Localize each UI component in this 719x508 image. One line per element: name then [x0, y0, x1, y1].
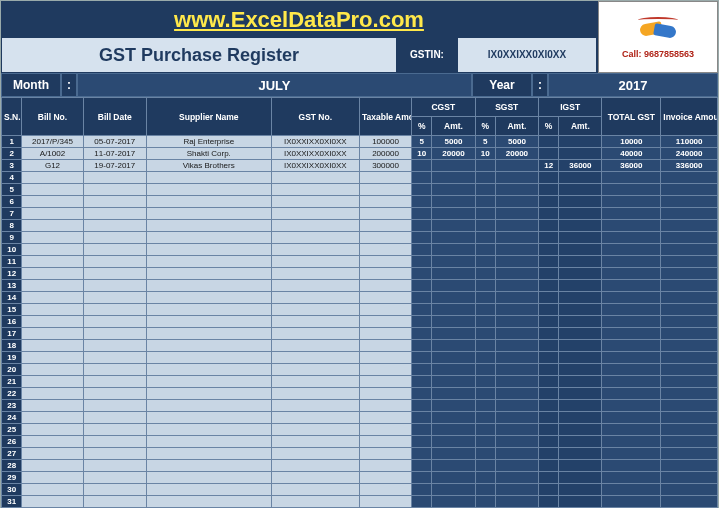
cell[interactable] — [495, 220, 538, 232]
cell[interactable] — [22, 484, 83, 496]
table-row[interactable]: 18 — [2, 340, 718, 352]
cell[interactable] — [83, 244, 146, 256]
cell[interactable] — [83, 424, 146, 436]
cell[interactable] — [83, 292, 146, 304]
cell[interactable] — [412, 412, 432, 424]
cell[interactable]: 31 — [2, 496, 22, 508]
cell[interactable] — [83, 220, 146, 232]
cell[interactable] — [432, 412, 475, 424]
cell[interactable] — [475, 448, 495, 460]
cell[interactable] — [271, 304, 359, 316]
cell[interactable] — [83, 376, 146, 388]
cell[interactable] — [22, 244, 83, 256]
cell[interactable] — [661, 256, 718, 268]
cell[interactable]: Shakti Corp. — [147, 148, 272, 160]
cell[interactable] — [495, 160, 538, 172]
cell[interactable] — [495, 208, 538, 220]
cell[interactable] — [538, 388, 558, 400]
cell[interactable] — [412, 172, 432, 184]
cell[interactable] — [559, 220, 602, 232]
cell[interactable] — [432, 364, 475, 376]
cell[interactable] — [661, 412, 718, 424]
cell[interactable] — [22, 220, 83, 232]
cell[interactable] — [538, 184, 558, 196]
cell[interactable] — [432, 172, 475, 184]
cell[interactable]: 14 — [2, 292, 22, 304]
cell[interactable]: 20000 — [432, 148, 475, 160]
cell[interactable] — [412, 220, 432, 232]
cell[interactable] — [83, 304, 146, 316]
cell[interactable] — [147, 172, 272, 184]
cell[interactable] — [475, 340, 495, 352]
cell[interactable] — [147, 400, 272, 412]
cell[interactable] — [147, 376, 272, 388]
cell[interactable]: A/1002 — [22, 148, 83, 160]
cell[interactable] — [432, 340, 475, 352]
cell[interactable] — [432, 208, 475, 220]
cell[interactable] — [359, 424, 411, 436]
cell[interactable] — [147, 472, 272, 484]
cell[interactable]: 3 — [2, 160, 22, 172]
cell[interactable] — [538, 232, 558, 244]
cell[interactable] — [412, 160, 432, 172]
cell[interactable] — [432, 268, 475, 280]
cell[interactable] — [83, 484, 146, 496]
cell[interactable]: 2 — [2, 148, 22, 160]
cell[interactable] — [475, 184, 495, 196]
cell[interactable] — [412, 364, 432, 376]
cell[interactable] — [432, 196, 475, 208]
cell[interactable] — [538, 400, 558, 412]
cell[interactable] — [475, 424, 495, 436]
cell[interactable] — [432, 448, 475, 460]
cell[interactable] — [83, 172, 146, 184]
cell[interactable] — [271, 460, 359, 472]
cell[interactable]: 36000 — [559, 160, 602, 172]
cell[interactable] — [147, 364, 272, 376]
cell[interactable]: 5000 — [495, 136, 538, 148]
cell[interactable] — [538, 340, 558, 352]
cell[interactable]: 336000 — [661, 160, 718, 172]
cell[interactable] — [83, 316, 146, 328]
cell[interactable] — [661, 436, 718, 448]
cell[interactable] — [432, 388, 475, 400]
table-row[interactable]: 2A/100211-07-2017Shakti Corp.IX0XXIXX0XI… — [2, 148, 718, 160]
cell[interactable] — [559, 472, 602, 484]
cell[interactable] — [147, 268, 272, 280]
cell[interactable] — [271, 268, 359, 280]
cell[interactable] — [271, 184, 359, 196]
cell[interactable] — [495, 316, 538, 328]
cell[interactable] — [661, 376, 718, 388]
cell[interactable]: 20000 — [495, 148, 538, 160]
cell[interactable] — [412, 460, 432, 472]
cell[interactable]: 30 — [2, 484, 22, 496]
cell[interactable] — [475, 460, 495, 472]
cell[interactable] — [475, 220, 495, 232]
table-row[interactable]: 19 — [2, 352, 718, 364]
cell[interactable] — [661, 424, 718, 436]
table-row[interactable]: 11 — [2, 256, 718, 268]
table-row[interactable]: 27 — [2, 448, 718, 460]
cell[interactable] — [661, 484, 718, 496]
cell[interactable] — [602, 232, 661, 244]
cell[interactable] — [538, 244, 558, 256]
cell[interactable] — [412, 244, 432, 256]
cell[interactable] — [559, 376, 602, 388]
cell[interactable] — [475, 256, 495, 268]
cell[interactable] — [432, 160, 475, 172]
cell[interactable] — [412, 472, 432, 484]
cell[interactable] — [602, 292, 661, 304]
cell[interactable] — [22, 232, 83, 244]
cell[interactable] — [495, 256, 538, 268]
cell[interactable] — [495, 196, 538, 208]
cell[interactable] — [359, 376, 411, 388]
cell[interactable] — [147, 388, 272, 400]
cell[interactable] — [359, 184, 411, 196]
cell[interactable] — [495, 172, 538, 184]
cell[interactable] — [359, 448, 411, 460]
cell[interactable] — [147, 244, 272, 256]
cell[interactable] — [22, 376, 83, 388]
cell[interactable] — [495, 184, 538, 196]
cell[interactable] — [147, 448, 272, 460]
cell[interactable]: IX0XXIXX0XI0XX — [271, 160, 359, 172]
cell[interactable] — [475, 484, 495, 496]
